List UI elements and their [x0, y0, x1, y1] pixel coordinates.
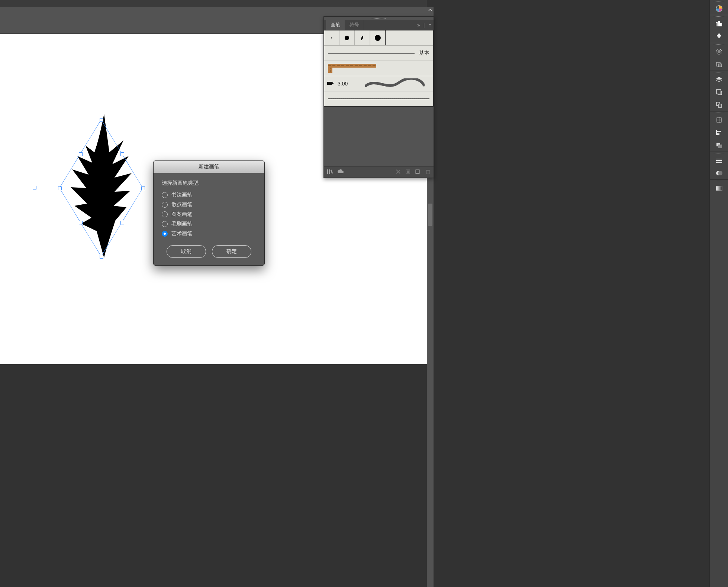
svg-marker-34	[327, 82, 334, 85]
brush-row-width[interactable]: 3.00	[324, 76, 433, 91]
dialog-prompt: 选择新画笔类型:	[162, 180, 256, 187]
remove-stroke-icon	[396, 169, 401, 175]
brush-row-pattern[interactable]	[324, 61, 433, 76]
radio-bristle-brush[interactable]: 毛刷画笔	[162, 221, 256, 227]
collapse-panel-icon[interactable]: »	[417, 22, 420, 28]
radio-icon	[162, 221, 168, 227]
svg-rect-40	[407, 171, 409, 173]
svg-marker-0	[59, 120, 143, 256]
brushes-panel: 画笔 符号 » | ≡ 基本	[323, 16, 434, 178]
radio-label: 散点画笔	[171, 201, 192, 208]
brush-libraries-icon[interactable]	[327, 169, 333, 175]
radio-label: 艺术画笔	[171, 230, 192, 237]
brush-options-icon	[405, 169, 410, 175]
panel-divider: |	[423, 22, 425, 28]
selection-handle[interactable]	[100, 255, 103, 259]
svg-rect-43	[426, 171, 429, 174]
libraries-cloud-icon[interactable]	[337, 169, 344, 175]
brush-swatch[interactable]	[339, 30, 355, 45]
selection-handle[interactable]	[79, 221, 83, 224]
radio-calligraphic-brush[interactable]: 书法画笔	[162, 192, 256, 198]
radio-icon	[162, 202, 168, 208]
brush-swatch[interactable]	[324, 30, 339, 45]
brush-swatch-row	[324, 30, 433, 45]
selection-handle[interactable]	[120, 221, 124, 224]
svg-point-28	[361, 36, 364, 40]
brush-label: 基本	[419, 50, 429, 56]
svg-rect-36	[329, 169, 330, 174]
brush-tip-icon	[327, 81, 334, 87]
new-brush-icon[interactable]	[415, 169, 421, 175]
selection-handle[interactable]	[100, 118, 103, 122]
ok-button[interactable]: 确定	[212, 245, 251, 258]
window-chrome-top	[0, 0, 427, 7]
radio-icon	[162, 231, 168, 237]
panel-menu-icon[interactable]: ≡	[428, 22, 431, 28]
cancel-button[interactable]: 取消	[167, 245, 206, 258]
svg-point-26	[331, 38, 332, 39]
panel-tab-bar: 画笔 符号 » | ≡	[324, 20, 434, 30]
svg-point-29	[375, 35, 381, 41]
svg-rect-42	[416, 173, 419, 173]
radio-icon	[162, 211, 168, 217]
selection-handle[interactable]	[120, 152, 124, 156]
tab-brushes[interactable]: 画笔	[326, 20, 345, 30]
brush-row-basic[interactable]: 基本	[324, 45, 433, 61]
brush-row-charcoal[interactable]	[324, 91, 433, 106]
panel-grip[interactable]	[324, 17, 434, 20]
selection-bounds	[30, 117, 149, 259]
scroll-up-icon[interactable]	[427, 7, 434, 13]
svg-point-27	[345, 36, 349, 40]
scrollbar-thumb[interactable]	[428, 204, 432, 226]
radio-label: 图案画笔	[171, 211, 192, 218]
dialog-title[interactable]: 新建画笔	[154, 161, 264, 173]
radio-label: 书法画笔	[171, 192, 192, 198]
radio-scatter-brush[interactable]: 散点画笔	[162, 201, 256, 208]
brush-list: 基本 3.00	[324, 30, 434, 107]
panel-empty-area	[324, 107, 434, 166]
svg-rect-44	[426, 170, 430, 171]
radio-label: 毛刷画笔	[171, 221, 192, 227]
brush-wave-preview	[365, 78, 425, 89]
panel-footer	[324, 166, 434, 178]
svg-rect-35	[327, 169, 328, 174]
new-brush-dialog: 新建画笔 选择新画笔类型: 书法画笔 散点画笔 图案画笔 毛刷画笔 艺术画笔 取…	[153, 160, 265, 266]
delete-brush-icon	[425, 169, 431, 175]
radio-art-brush[interactable]: 艺术画笔	[162, 230, 256, 237]
radio-icon	[162, 192, 168, 198]
brush-swatch-selected[interactable]	[370, 30, 386, 46]
selection-handle[interactable]	[58, 187, 62, 190]
selection-anchor[interactable]	[33, 186, 36, 189]
tab-symbols[interactable]: 符号	[345, 20, 364, 30]
selection-handle[interactable]	[79, 152, 83, 156]
brush-size-value: 3.00	[338, 81, 348, 87]
selection-handle[interactable]	[141, 187, 145, 190]
brush-swatch[interactable]	[355, 30, 370, 45]
radio-pattern-brush[interactable]: 图案画笔	[162, 211, 256, 218]
